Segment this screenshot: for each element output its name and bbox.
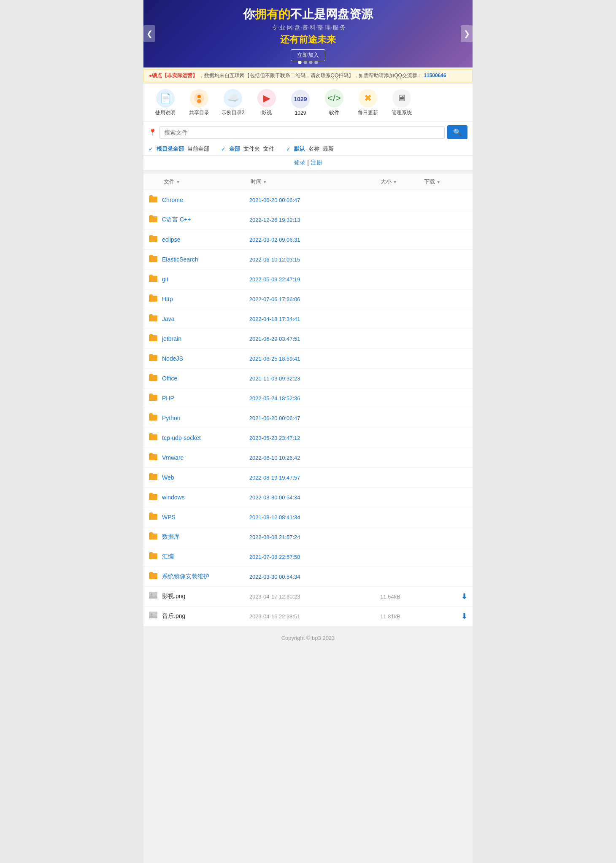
folder-icon: [149, 194, 158, 205]
banner-next-button[interactable]: ❯: [461, 25, 473, 42]
folder-icon: [149, 571, 158, 582]
table-row[interactable]: Vmware 2022-06-10 10:26:42: [143, 448, 473, 468]
banner: ❮ 你拥有的不止是网盘资源 ·专·业·网·盘·资·料·整·理·服·务 还有前途未…: [143, 0, 473, 67]
nav-software[interactable]: </> 软件: [317, 87, 351, 118]
file-name: 数据库: [162, 533, 249, 541]
folder-icon: [149, 313, 158, 324]
icon-nav: 📄 使用说明 共享目录 ☁️ 示例目录2 ▶ 影视 1029 1029 </> …: [143, 84, 473, 122]
nav-num1029[interactable]: 1029 1029: [284, 88, 317, 118]
banner-tagline: 还有前途未来: [243, 33, 373, 46]
table-row[interactable]: Chrome 2021-06-20 00:06:47: [143, 190, 473, 210]
banner-subtitle: ·专·业·网·盘·资·料·整·理·服·务: [243, 24, 373, 32]
footer-text: Copyright © bp3 2023: [281, 635, 335, 641]
table-row[interactable]: PHP 2022-05-24 18:52:36: [143, 388, 473, 408]
filter-group-sort: ✓ 默认 名称 最新: [286, 145, 334, 153]
example-dir2-icon: ☁️: [224, 89, 242, 108]
banner-join-button[interactable]: 立即加入: [291, 49, 325, 61]
footer: Copyright © bp3 2023: [143, 626, 473, 650]
file-date: 2022-07-06 17:36:06: [249, 296, 380, 302]
banner-dot-4[interactable]: [315, 61, 318, 64]
col-header-size: 大小 ▼: [381, 178, 424, 186]
table-header: 文件 ▼ 时间 ▼ 大小 ▼ 下载 ▼: [143, 174, 473, 190]
filter-sort-default[interactable]: 默认: [294, 145, 305, 153]
table-row[interactable]: Python 2021-06-20 00:06:47: [143, 408, 473, 428]
search-input[interactable]: [159, 126, 445, 139]
table-row[interactable]: Http 2022-07-06 17:36:06: [143, 289, 473, 309]
table-row[interactable]: 音乐.png 2023-04-16 22:38:51 11.81kB ⬇: [143, 607, 473, 626]
table-row[interactable]: 系统镜像安装维护 2022-03-30 00:54:34: [143, 567, 473, 587]
filter-folder[interactable]: 文件夹: [243, 145, 260, 153]
file-size: 11.81kB: [380, 613, 424, 620]
filter-current-all[interactable]: 当前全部: [187, 145, 209, 153]
filter-file[interactable]: 文件: [263, 145, 274, 153]
size-header-text: 大小: [381, 178, 392, 186]
file-date: 2021-06-20 00:06:47: [249, 415, 380, 421]
banner-dot-3[interactable]: [309, 61, 313, 64]
table-row[interactable]: jetbrain 2021-06-29 03:47:51: [143, 329, 473, 349]
table-row[interactable]: 数据库 2022-08-08 21:57:24: [143, 527, 473, 547]
banner-dots: [298, 61, 318, 64]
table-row[interactable]: Office 2021-11-03 09:32:23: [143, 369, 473, 388]
download-icon[interactable]: ⬇: [461, 592, 467, 601]
table-row[interactable]: Web 2022-08-19 19:47:57: [143, 468, 473, 488]
table-row[interactable]: WPS 2021-08-12 08:41:34: [143, 507, 473, 527]
download-button[interactable]: ⬇: [424, 612, 467, 621]
banner-dot-2[interactable]: [304, 61, 307, 64]
table-row[interactable]: Java 2022-04-18 17:34:41: [143, 309, 473, 329]
example-dir2-label: 示例目录2: [222, 109, 245, 116]
register-link[interactable]: 注册: [311, 159, 322, 166]
login-link[interactable]: 登录: [294, 159, 305, 166]
file-name: ElasticSearch: [162, 256, 249, 263]
banner-dot-1[interactable]: [298, 61, 302, 64]
filter-check-all: ✓: [221, 146, 226, 152]
col-header-download: 下载 ▼: [424, 178, 467, 186]
size-sort-icon: ▼: [393, 180, 397, 184]
num1029-label: 1029: [295, 110, 306, 116]
filter-sort-name[interactable]: 名称: [308, 145, 319, 153]
nav-daily-update[interactable]: ✖ 每日更新: [351, 87, 385, 118]
nav-usage-guide[interactable]: 📄 使用说明: [149, 87, 182, 118]
filter-group-directory: ✓ 根目录全部 当前全部: [149, 145, 209, 153]
file-name: git: [162, 276, 249, 283]
banner-prev-button[interactable]: ❮: [143, 25, 155, 42]
table-row[interactable]: C语言 C++ 2022-12-26 19:32:13: [143, 210, 473, 230]
download-button[interactable]: ⬇: [424, 592, 467, 601]
table-row[interactable]: eclipse 2022-03-02 09:06:31: [143, 230, 473, 250]
file-name: Office: [162, 375, 249, 382]
manage-system-label: 管理系统: [392, 109, 412, 116]
nav-video[interactable]: ▶ 影视: [250, 87, 284, 118]
filter-check-default: ✓: [286, 146, 291, 152]
nav-shared-disk[interactable]: 共享目录: [182, 87, 216, 118]
video-icon: ▶: [257, 89, 276, 108]
nav-manage-system[interactable]: 🖥 管理系统: [385, 87, 419, 118]
nav-example-dir2[interactable]: ☁️ 示例目录2: [216, 87, 250, 118]
banner-content: 你拥有的不止是网盘资源 ·专·业·网·盘·资·料·整·理·服·务 还有前途未来 …: [243, 6, 373, 61]
file-rows-container: Chrome 2021-06-20 00:06:47 C语言 C++ 2022-…: [143, 190, 473, 626]
sort-time-label[interactable]: 时间 ▼: [251, 178, 381, 186]
daily-update-label: 每日更新: [358, 109, 378, 116]
search-button[interactable]: 🔍: [447, 125, 467, 139]
table-row[interactable]: NodeJS 2021-06-25 18:59:41: [143, 349, 473, 369]
table-row[interactable]: tcp-udp-socket 2023-05-23 23:47:12: [143, 428, 473, 448]
sort-file-label[interactable]: 文件 ▼: [164, 178, 251, 186]
filter-all[interactable]: 全部: [229, 145, 240, 153]
download-icon[interactable]: ⬇: [461, 612, 467, 620]
manage-system-icon: 🖥: [392, 89, 411, 108]
folder-icon: [149, 492, 158, 503]
sort-download-label[interactable]: 下载 ▼: [424, 178, 467, 186]
table-row[interactable]: 影视.png 2023-04-17 12:30:23 11.64kB ⬇: [143, 587, 473, 607]
filter-root-all[interactable]: 根目录全部: [157, 145, 184, 153]
file-date: 2021-07-08 22:57:58: [249, 554, 380, 560]
usage-guide-icon: 📄: [156, 89, 175, 108]
folder-icon: [149, 472, 158, 483]
sort-size-label[interactable]: 大小 ▼: [381, 178, 424, 186]
table-row[interactable]: ElasticSearch 2022-06-10 12:03:15: [143, 250, 473, 270]
num1029-icon: 1029: [291, 90, 310, 108]
file-name: jetbrain: [162, 335, 249, 342]
image-icon: [149, 591, 158, 602]
table-row[interactable]: 汇编 2021-07-08 22:57:58: [143, 547, 473, 567]
filter-sort-newest[interactable]: 最新: [323, 145, 334, 153]
file-name: C语言 C++: [162, 216, 249, 224]
table-row[interactable]: windows 2022-03-30 00:54:34: [143, 488, 473, 507]
table-row[interactable]: git 2022-05-09 22:47:19: [143, 270, 473, 289]
